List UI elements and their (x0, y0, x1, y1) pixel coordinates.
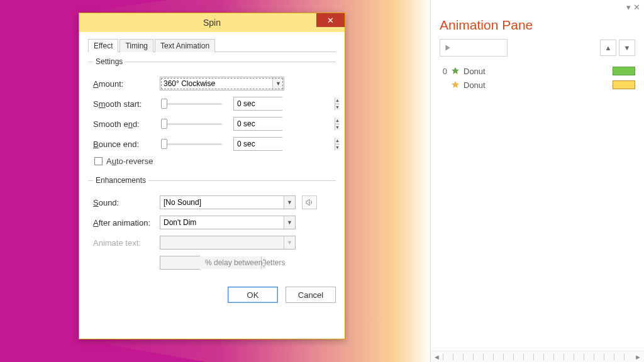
animation-item[interactable]: 0Donut (440, 64, 635, 78)
animation-list: 0DonutDonut (431, 63, 644, 93)
spin-down-icon[interactable]: ▼ (335, 144, 340, 151)
smooth-end-value[interactable]: ▲▼ (233, 117, 282, 131)
animation-name: Donut (464, 80, 486, 90)
checkbox-box[interactable] (94, 157, 103, 165)
timing-bar[interactable] (613, 80, 635, 89)
dialog-footer: OK Cancel (88, 287, 336, 303)
animation-pane: ▾ ✕ Animation Pane ▲ ▼ 0DonutDonut ◄ ► (430, 0, 644, 362)
auto-reverse-label: Auto-reverse (106, 156, 153, 166)
star-icon (451, 80, 460, 89)
chevron-down-icon[interactable]: ▼ (284, 216, 295, 229)
star-icon (451, 67, 460, 75)
sound-label: Sound: (93, 198, 160, 207)
spinner[interactable]: ▲▼ (335, 97, 340, 110)
enhancements-legend: Enhancements (93, 176, 148, 185)
chevron-down-icon[interactable]: ▼ (284, 196, 295, 209)
play-button[interactable] (440, 39, 508, 57)
ok-button[interactable]: OK (228, 287, 278, 303)
animate-text-combo: ▼ (160, 236, 296, 250)
smooth-start-slider[interactable] (160, 98, 226, 109)
dialog-titlebar[interactable]: Spin ✕ (79, 13, 345, 32)
tab-timing[interactable]: Timing (119, 39, 153, 52)
speaker-icon (306, 199, 314, 206)
dialog-tabs: Effect Timing Text Animation (88, 38, 336, 52)
cancel-button[interactable]: Cancel (286, 287, 336, 303)
close-icon: ✕ (327, 16, 334, 25)
pane-close-icon[interactable]: ✕ (633, 3, 640, 12)
chevron-left-icon[interactable]: ◄ (433, 353, 440, 361)
chevron-down-icon: ▼ (624, 44, 631, 52)
pane-menu-icon[interactable]: ▾ (626, 3, 631, 12)
dialog-close-button[interactable]: ✕ (316, 13, 345, 27)
smooth-start-value[interactable]: ▲▼ (233, 97, 282, 111)
delay-percent-value: ▲▼ (160, 256, 200, 270)
chevron-down-icon: ▼ (284, 236, 295, 249)
chevron-down-icon[interactable]: ▼ (272, 77, 284, 90)
timeline-ruler[interactable]: ◄ ► (431, 351, 644, 362)
amount-label: Amount: (93, 79, 160, 89)
play-icon (444, 44, 452, 52)
spin-effect-dialog: Spin ✕ Effect Timing Text Animation Sett… (79, 13, 345, 339)
amount-input[interactable] (160, 77, 272, 90)
spin-up-icon[interactable]: ▲ (335, 97, 340, 104)
spin-down-icon[interactable]: ▼ (335, 104, 340, 111)
after-combo[interactable]: ▼ (160, 216, 296, 229)
spin-down-icon[interactable]: ▼ (335, 124, 340, 131)
smooth-start-label: Smooth start: (93, 99, 160, 109)
animation-name: Donut (464, 67, 486, 76)
settings-group: Settings Amount: ▼ Smooth start: (88, 57, 336, 170)
spinner[interactable]: ▲▼ (335, 138, 340, 150)
delay-hint: % delay between letters (205, 258, 285, 267)
move-up-button[interactable]: ▲ (600, 40, 616, 56)
chevron-right-icon[interactable]: ► (635, 353, 641, 361)
spin-up-icon[interactable]: ▲ (335, 138, 340, 144)
move-down-button[interactable]: ▼ (619, 40, 635, 56)
enhancements-group: Enhancements Sound: ▼ After animation: (88, 176, 336, 278)
spinner[interactable]: ▲▼ (335, 118, 340, 130)
timing-bar[interactable] (613, 67, 635, 75)
chevron-up-icon: ▲ (605, 44, 612, 52)
auto-reverse-checkbox[interactable]: Auto-reverse (94, 156, 333, 166)
smooth-end-slider[interactable] (160, 118, 226, 129)
spin-up-icon[interactable]: ▲ (335, 118, 340, 124)
amount-combo[interactable]: ▼ (160, 77, 284, 90)
animation-index: 0 (440, 67, 447, 76)
slider-thumb[interactable] (161, 99, 167, 109)
bounce-end-label: Bounce end: (93, 140, 160, 149)
bounce-end-slider[interactable] (160, 138, 226, 150)
settings-legend: Settings (93, 57, 125, 66)
dialog-title: Spin (203, 18, 221, 28)
tab-text-animation[interactable]: Text Animation (155, 39, 215, 52)
sound-combo[interactable]: ▼ (160, 195, 296, 209)
slider-thumb[interactable] (161, 139, 167, 149)
bounce-end-value[interactable]: ▲▼ (233, 137, 282, 151)
ruler-ticks (443, 354, 632, 360)
animation-item[interactable]: Donut (440, 78, 635, 92)
pane-title: Animation Pane (431, 0, 644, 39)
tab-effect[interactable]: Effect (88, 39, 118, 52)
after-animation-label: After animation: (93, 218, 160, 228)
slider-thumb[interactable] (161, 119, 167, 129)
sound-preview-button[interactable] (302, 195, 317, 209)
animate-text-label: Animate text: (93, 238, 160, 248)
smooth-end-label: Smooth end: (93, 119, 160, 129)
